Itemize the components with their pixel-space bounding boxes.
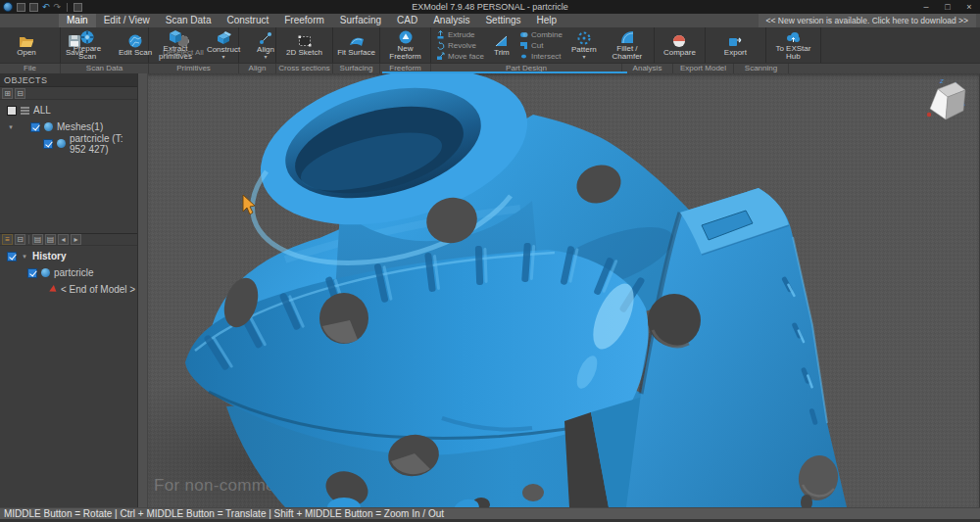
- ribbon-group-align: Align ▾: [239, 27, 276, 63]
- fit-surface-button[interactable]: Fit Surface: [333, 28, 380, 62]
- extract-primitives-icon: [168, 29, 183, 45]
- menu-help[interactable]: Help: [529, 14, 565, 27]
- extrude-button[interactable]: Extrude: [436, 29, 484, 39]
- menu-edit-view[interactable]: Edit / View: [96, 14, 158, 27]
- panel-splitter[interactable]: [138, 73, 148, 507]
- toolbar-separator: [67, 3, 68, 12]
- part-design-stack-1: Extrude Revolve Move face: [434, 29, 486, 61]
- dropdown-caret-icon: ▾: [264, 55, 267, 60]
- compare-icon: [671, 33, 687, 49]
- pattern-icon: [576, 30, 592, 46]
- revolve-button[interactable]: Revolve: [436, 40, 484, 50]
- combine-button[interactable]: Combine: [519, 29, 563, 39]
- 2d-sketch-icon: [297, 33, 313, 49]
- cut-icon: [519, 41, 528, 50]
- mesh-icon: [57, 139, 66, 148]
- mesh-icon: [41, 268, 50, 277]
- mesh-icon: [44, 122, 53, 131]
- expander-icon[interactable]: ▾: [21, 253, 28, 261]
- nav-cube-axis-label: z: [939, 76, 944, 85]
- objects-tree: ALL ▾ Meshes(1) partcricle (T: 952 427): [0, 100, 137, 152]
- tree-view-icon[interactable]: ⊟: [15, 234, 25, 245]
- export-icon: [727, 33, 743, 49]
- intersect-icon: [519, 52, 528, 61]
- model-canvas: z: [148, 73, 979, 507]
- 2d-sketch-button[interactable]: 2D Sketch: [281, 28, 328, 62]
- menu-main[interactable]: Main: [59, 14, 96, 27]
- 3d-viewport[interactable]: For non-commercial use only: [148, 73, 979, 507]
- step-box2-icon[interactable]: ▤: [45, 234, 56, 245]
- step-back-icon[interactable]: ◂: [58, 234, 69, 245]
- tree-row-history[interactable]: ▾ History: [0, 248, 137, 264]
- meshes-checkbox[interactable]: [30, 122, 40, 132]
- to-exstar-hub-button[interactable]: To EXStar Hub: [769, 28, 816, 62]
- extract-primitives-button[interactable]: Extract primitives: [152, 28, 199, 62]
- trim-button[interactable]: Trim: [487, 28, 516, 62]
- expander-icon[interactable]: ▾: [7, 123, 15, 131]
- tree-row-all[interactable]: ALL: [0, 102, 137, 119]
- cut-button[interactable]: Cut: [519, 40, 563, 50]
- minimize-button[interactable]: –: [915, 0, 937, 14]
- end-of-model-icon: [49, 285, 59, 295]
- history-panel: ≡ ⊟ ▤ ▤ ◂ ▸ ▾ History partcricle: [0, 233, 137, 298]
- quick-access-toolbar: ↶ ↷: [0, 2, 82, 12]
- window-title: EXModel 7.9.48 PERSONAL - partcricle: [0, 2, 980, 12]
- collapse-all-icon[interactable]: ⊟: [15, 88, 25, 99]
- ribbon-group-cross-sections: 2D Sketch: [276, 27, 333, 63]
- step-forward-icon[interactable]: ▸: [71, 234, 81, 245]
- prepare-scan-button[interactable]: Prepare Scan: [64, 28, 111, 62]
- objects-panel-title: OBJECTS: [0, 73, 137, 87]
- update-notice-link[interactable]: << New version is available. Click here …: [759, 14, 976, 27]
- layers-icon: [21, 106, 29, 115]
- menu-freeform[interactable]: Freeform: [276, 14, 332, 27]
- nav-cube-origin-dot: [927, 113, 931, 117]
- new-freeform-button[interactable]: New Freeform: [382, 28, 429, 62]
- list-view-icon[interactable]: ≡: [2, 234, 13, 245]
- partcricle-checkbox[interactable]: [43, 139, 53, 149]
- part-design-stack-2: Combine Cut Intersect: [517, 29, 564, 61]
- expand-all-icon[interactable]: ⊞: [2, 88, 13, 99]
- menu-analysis[interactable]: Analysis: [425, 14, 477, 27]
- dropdown-caret-icon: ▾: [221, 55, 224, 60]
- ribbon-group-surfacing: Fit Surface: [333, 27, 380, 63]
- fillet-chamfer-button[interactable]: Fillet / Chamfer: [604, 28, 651, 62]
- save-as-quick-icon[interactable]: [29, 3, 38, 12]
- history-partcricle-checkbox[interactable]: [27, 268, 37, 278]
- toolbar-separator: [28, 235, 29, 244]
- tree-row-end-of-model[interactable]: < End of Model >: [0, 281, 137, 298]
- app-logo-icon[interactable]: [3, 2, 13, 12]
- customize-quick-icon[interactable]: [74, 3, 82, 12]
- menu-bar: Main Edit / View Scan Data Construct Fre…: [0, 14, 980, 27]
- ribbon-group-scanning: To EXStar Hub: [766, 27, 821, 63]
- menu-surfacing[interactable]: Surfacing: [332, 14, 389, 27]
- undo-icon[interactable]: ↶: [42, 3, 50, 12]
- fillet-chamfer-icon: [619, 29, 635, 45]
- new-freeform-icon: [398, 29, 414, 45]
- menu-scan-data[interactable]: Scan Data: [158, 14, 220, 27]
- history-checkbox[interactable]: [7, 252, 17, 261]
- close-button[interactable]: ×: [958, 0, 980, 14]
- combine-icon: [519, 30, 528, 39]
- nav-cube[interactable]: z: [927, 76, 965, 119]
- tree-row-partcricle[interactable]: partcricle (T: 952 427): [0, 135, 137, 152]
- menu-settings[interactable]: Settings: [477, 14, 528, 27]
- maximize-button[interactable]: □: [937, 0, 958, 14]
- menu-cad[interactable]: CAD: [389, 14, 425, 27]
- all-checkbox[interactable]: [7, 106, 17, 116]
- trim-icon: [494, 33, 510, 49]
- move-face-icon: [436, 52, 445, 61]
- move-face-button[interactable]: Move face: [436, 51, 484, 61]
- pattern-button[interactable]: Pattern ▾: [565, 28, 603, 62]
- title-bar: ↶ ↷ EXModel 7.9.48 PERSONAL - partcricle…: [0, 0, 980, 14]
- compare-button[interactable]: Compare: [656, 28, 703, 62]
- export-button[interactable]: Export: [711, 28, 759, 62]
- intersect-button[interactable]: Intersect: [519, 51, 563, 61]
- open-button[interactable]: Open: [3, 28, 50, 62]
- mouse-hint-text: MIDDLE Button = Rotate | Ctrl + MIDDLE B…: [4, 508, 444, 519]
- redo-icon[interactable]: ↷: [54, 3, 62, 12]
- tree-row-history-partcricle[interactable]: partcricle: [0, 264, 137, 281]
- step-box-icon[interactable]: ▤: [32, 234, 43, 245]
- window-controls: – □ ×: [915, 0, 980, 14]
- save-quick-icon[interactable]: [17, 3, 25, 12]
- menu-construct[interactable]: Construct: [219, 14, 276, 27]
